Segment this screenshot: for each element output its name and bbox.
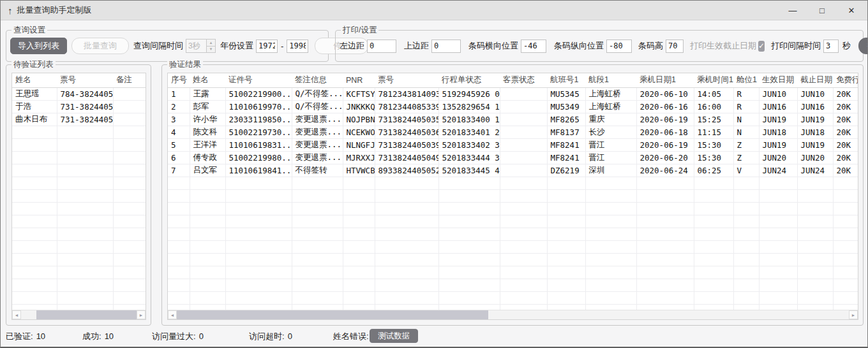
table-row[interactable]: 5王洋洋11010619831...变更退票...NLNGFJ731382440… — [168, 138, 858, 151]
barcode-height-field[interactable] — [666, 40, 684, 53]
table-cell — [12, 215, 57, 228]
table-cell: 15:30 — [694, 151, 733, 164]
table-cell — [12, 164, 57, 177]
table-row[interactable]: 1王露51002219900...Q/不得签...KCFTSY781234381… — [168, 87, 858, 100]
column-header[interactable]: 免费行 — [833, 73, 858, 87]
column-header[interactable]: 航班号1 — [547, 73, 585, 87]
scroll-right-icon[interactable]: ► — [849, 310, 858, 319]
table-cell — [636, 228, 694, 240]
table-cell — [168, 215, 190, 228]
table-row[interactable]: 7吕文军11010619841...不得签转HTVWCB893382440505… — [168, 164, 858, 177]
scroll-left-icon[interactable]: ◄ — [12, 310, 21, 319]
table-row[interactable]: 3许小华23033119850...变更退票...NOJPBN731382440… — [168, 113, 858, 126]
column-header[interactable]: 证件号 — [225, 73, 292, 87]
close-button[interactable]: ✕ — [837, 1, 866, 20]
column-header[interactable]: 签注信息 — [292, 73, 343, 87]
timeout-label: 访问超时: — [249, 331, 285, 341]
results-scroll-thumb[interactable] — [177, 310, 488, 319]
table-row[interactable]: 王思瑶784-3824405053 — [12, 87, 146, 100]
results-table: 序号姓名证件号签注信息PNR票号行程单状态客票状态航班号1航段1乘机日期1乘机时… — [168, 73, 858, 310]
top-margin-field[interactable] — [431, 40, 461, 53]
batch-print-button[interactable]: 批量打印 — [858, 38, 868, 54]
query-interval-spinner[interactable]: 3秒 ▲ ▼ — [186, 39, 216, 53]
table-cell: MF8241 — [547, 138, 585, 151]
import-to-list-button[interactable]: 导入到列表 — [10, 38, 67, 54]
table-cell: 不得签转 — [292, 164, 343, 177]
column-header[interactable]: 乘机日期1 — [636, 73, 694, 87]
column-header[interactable]: 票号 — [57, 73, 113, 87]
column-header[interactable]: 客票状态 — [500, 73, 547, 87]
column-header[interactable]: 姓名 — [12, 73, 57, 87]
table-cell — [113, 138, 146, 151]
year-from-field[interactable] — [256, 40, 278, 53]
column-header[interactable]: 舱位1 — [733, 73, 759, 87]
column-header[interactable]: 航段1 — [585, 73, 636, 87]
column-header[interactable]: 序号 — [168, 73, 190, 87]
table-cell — [636, 240, 694, 253]
pending-list-legend: 待验证列表 — [11, 59, 56, 70]
title-bar[interactable]: ↑ 批量查询助手定制版 — □ ✕ — [1, 1, 867, 20]
maximize-button[interactable]: □ — [807, 1, 837, 20]
empty-row — [12, 215, 146, 228]
table-cell: JUN19 — [797, 113, 833, 126]
table-cell: 王洋洋 — [190, 138, 225, 151]
results-scroll-track[interactable] — [177, 310, 849, 319]
spinner-arrows[interactable]: ▲ ▼ — [206, 39, 216, 53]
table-cell: 15:25 — [694, 113, 733, 126]
table-cell — [168, 240, 190, 253]
table-row[interactable]: 4陈文科51002219730...变更退票...NCEKWO731382440… — [168, 126, 858, 138]
table-cell: 15:30 — [694, 138, 733, 151]
column-header[interactable]: 行程单状态 — [438, 73, 500, 87]
left-margin-field[interactable] — [367, 40, 396, 53]
pending-scroll-track[interactable] — [21, 310, 137, 319]
year-to-field[interactable] — [287, 40, 308, 53]
print-interval-field[interactable] — [823, 40, 839, 53]
column-header[interactable]: 截止日期 — [797, 73, 833, 87]
barcode-x-field[interactable] — [521, 40, 546, 53]
column-header[interactable]: 备注 — [113, 73, 146, 87]
pending-hscrollbar[interactable]: ◄ ► — [12, 310, 146, 319]
table-cell: MU5345 — [547, 87, 585, 100]
too-many-visits-value: 0 — [199, 331, 204, 341]
table-cell — [225, 177, 292, 189]
pending-table-body: 王思瑶784-3824405053于浩731-3824405054曲木日布731… — [12, 87, 146, 310]
scroll-right-icon[interactable]: ► — [137, 310, 146, 319]
column-header[interactable]: 生效日期 — [759, 73, 797, 87]
table-cell — [57, 291, 113, 304]
table-cell: JUN10 — [759, 87, 797, 100]
barcode-y-field[interactable] — [606, 40, 632, 53]
table-row[interactable]: 6傅专政51002219980...变更退票...MJRXXJ731382440… — [168, 151, 858, 164]
empty-row — [12, 202, 146, 215]
results-hscrollbar[interactable]: ◄ ► — [168, 310, 858, 319]
table-cell — [759, 202, 797, 215]
table-row[interactable]: 2彭军11010619970...Q/不得签...JNKKKQ781234408… — [168, 100, 858, 113]
table-row[interactable]: 于浩731-3824405054 — [12, 100, 146, 113]
minimize-button[interactable]: — — [778, 1, 807, 20]
spin-up-icon[interactable]: ▲ — [207, 40, 215, 47]
table-cell — [733, 202, 759, 215]
test-data-button[interactable]: 测试数据 — [370, 329, 418, 343]
query-settings-group: 查询设置 导入到列表 批量查询 查询间隔时间 3秒 ▲ ▼ 年份设置 - 停止 — [6, 30, 329, 62]
table-cell — [343, 215, 375, 228]
spin-down-icon[interactable]: ▼ — [207, 47, 215, 53]
scroll-left-icon[interactable]: ◄ — [168, 310, 177, 319]
table-cell: Z — [733, 138, 759, 151]
print-deadline-checkbox[interactable]: ✓ — [758, 41, 765, 52]
empty-row — [12, 164, 146, 177]
table-cell — [292, 189, 343, 202]
table-cell: 731-3824405056 — [57, 113, 113, 126]
batch-query-button[interactable]: 批量查询 — [71, 38, 129, 54]
table-cell — [694, 291, 733, 304]
table-cell — [585, 202, 636, 215]
table-cell: 曲木日布 — [12, 113, 57, 126]
table-cell: 7313824405036 — [375, 126, 438, 138]
table-cell — [12, 240, 57, 253]
pending-scroll-thumb[interactable] — [36, 310, 137, 319]
column-header[interactable]: 乘机时间1 — [694, 73, 733, 87]
table-cell — [168, 304, 190, 310]
table-row[interactable]: 曲木日布731-3824405056 — [12, 113, 146, 126]
column-header[interactable]: 票号 — [375, 73, 438, 87]
column-header[interactable]: PNR — [343, 73, 375, 87]
column-header[interactable]: 姓名 — [190, 73, 225, 87]
empty-row — [12, 266, 146, 279]
